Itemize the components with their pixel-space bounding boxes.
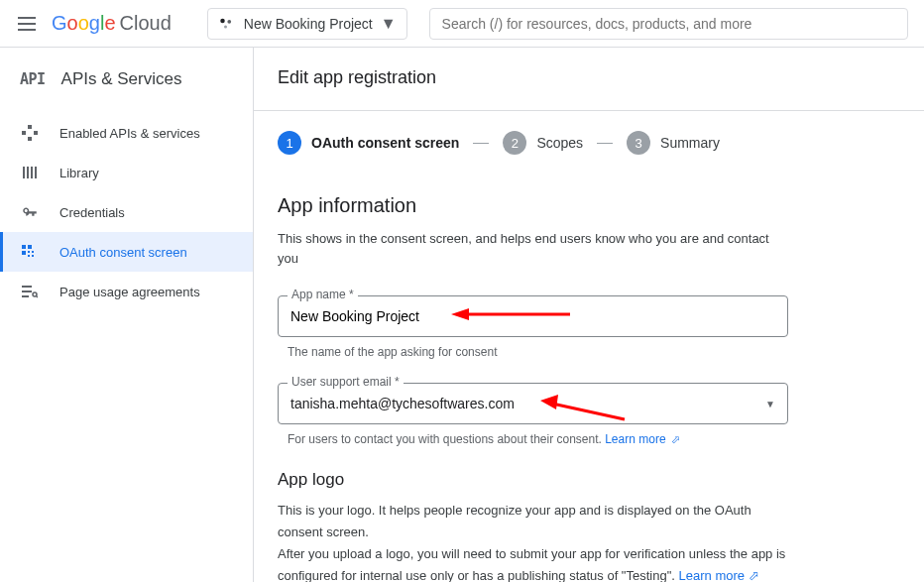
logo-cloud-text: Cloud	[120, 12, 172, 35]
search-input[interactable]	[442, 16, 895, 32]
sidebar: API APIs & Services Enabled APIs & servi…	[0, 48, 254, 582]
svg-rect-11	[22, 245, 26, 249]
svg-point-2	[224, 25, 227, 28]
sidebar-item-page-usage[interactable]: Page usage agreements	[0, 272, 253, 311]
api-icon: API	[20, 70, 46, 88]
svg-point-0	[220, 18, 225, 23]
chevron-down-icon: ▼	[765, 399, 775, 409]
svg-rect-5	[34, 131, 38, 135]
external-link-icon: ⬀	[745, 568, 759, 582]
svg-rect-10	[35, 167, 37, 178]
search-bar[interactable]	[429, 8, 908, 40]
svg-rect-13	[22, 251, 26, 255]
svg-rect-20	[22, 295, 29, 297]
step-number: 2	[503, 131, 526, 155]
sidebar-item-enabled-apis[interactable]: Enabled APIs & services	[0, 113, 253, 153]
step-label: OAuth consent screen	[311, 135, 459, 151]
step-label: Scopes	[536, 135, 583, 151]
page-title: Edit app registration	[278, 67, 924, 88]
section-desc-app-info: This shows in the consent screen, and he…	[278, 229, 783, 268]
svg-rect-7	[23, 167, 25, 178]
sidebar-item-library[interactable]: Library	[0, 153, 253, 192]
email-value: tanisha.mehta@tychesoftwares.com	[290, 396, 515, 411]
email-helper: For users to contact you with questions …	[288, 432, 924, 446]
step-summary[interactable]: 3 Summary	[627, 131, 720, 155]
project-name: New Booking Project	[244, 16, 373, 32]
step-number: 3	[627, 131, 650, 155]
svg-rect-6	[28, 137, 32, 141]
stepper: 1 OAuth consent screen 2 Scopes 3 Summar…	[278, 131, 924, 155]
step-label: Summary	[660, 135, 720, 151]
svg-rect-17	[32, 255, 34, 257]
app-logo-desc: This is your logo. It helps people recog…	[278, 500, 788, 582]
learn-more-link[interactable]: Learn more ⬀	[605, 432, 679, 446]
svg-rect-3	[28, 125, 32, 129]
external-link-icon: ⬀	[668, 433, 680, 445]
section-title-app-info: App information	[278, 194, 924, 217]
top-header: Google Cloud New Booking Project ▼	[0, 0, 924, 48]
sidebar-header: API APIs & Services	[0, 63, 253, 107]
sidebar-item-oauth-consent[interactable]: OAuth consent screen	[0, 232, 253, 272]
svg-line-22	[36, 295, 38, 297]
google-cloud-logo[interactable]: Google Cloud	[52, 12, 172, 35]
svg-rect-14	[28, 251, 30, 253]
chevron-down-icon: ▼	[381, 15, 397, 33]
svg-rect-4	[22, 131, 26, 135]
app-name-helper: The name of the app asking for consent	[288, 345, 924, 359]
app-name-field[interactable]	[278, 295, 788, 337]
diamond-icon	[20, 123, 40, 143]
app-name-input[interactable]	[290, 308, 775, 324]
consent-icon	[20, 242, 40, 262]
project-icon	[218, 15, 236, 33]
email-helper-text: For users to contact you with questions …	[288, 432, 605, 446]
step-number: 1	[278, 131, 301, 155]
divider	[254, 110, 924, 111]
app-name-label: App name *	[288, 288, 358, 301]
step-divider	[597, 143, 613, 144]
email-field-wrap: User support email * tanisha.mehta@tyche…	[278, 383, 788, 424]
menu-icon[interactable]	[16, 12, 40, 36]
key-icon	[20, 202, 40, 222]
svg-rect-9	[31, 167, 33, 178]
sidebar-item-label: Enabled APIs & services	[59, 126, 200, 141]
sidebar-title: APIs & Services	[61, 69, 182, 89]
sidebar-item-label: OAuth consent screen	[59, 245, 187, 260]
svg-rect-19	[22, 291, 32, 292]
main-content: Edit app registration 1 OAuth consent sc…	[254, 48, 924, 582]
sidebar-item-label: Page usage agreements	[59, 285, 200, 299]
project-picker[interactable]: New Booking Project ▼	[207, 8, 407, 40]
step-divider	[473, 143, 489, 144]
section-title-app-logo: App logo	[278, 470, 924, 490]
settings-list-icon	[20, 282, 40, 301]
sidebar-item-label: Credentials	[59, 205, 125, 220]
step-scopes[interactable]: 2 Scopes	[503, 131, 583, 155]
svg-rect-16	[28, 255, 30, 257]
step-oauth-consent[interactable]: 1 OAuth consent screen	[278, 131, 459, 155]
sidebar-item-credentials[interactable]: Credentials	[0, 192, 253, 232]
library-icon	[20, 163, 40, 182]
svg-rect-18	[22, 286, 32, 288]
svg-rect-12	[28, 245, 32, 249]
learn-more-link[interactable]: Learn more ⬀	[679, 568, 759, 582]
svg-rect-8	[27, 167, 29, 178]
email-label: User support email *	[288, 375, 404, 389]
sidebar-item-label: Library	[59, 166, 99, 180]
svg-rect-15	[32, 251, 34, 253]
svg-point-1	[227, 19, 231, 23]
email-field[interactable]: tanisha.mehta@tychesoftwares.com ▼	[278, 383, 788, 424]
app-name-field-wrap: App name *	[278, 295, 788, 337]
